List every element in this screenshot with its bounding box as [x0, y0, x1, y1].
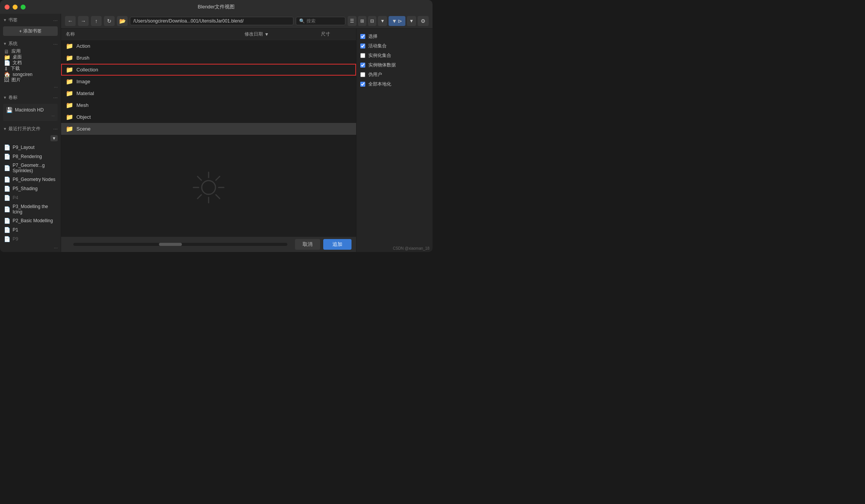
minimize-button[interactable] — [13, 5, 18, 10]
checkbox-instance-object-data: 实例物体数据 — [360, 62, 429, 68]
refresh-button[interactable]: ↻ — [104, 16, 115, 26]
folder-name: Brush — [76, 55, 352, 61]
up-button[interactable]: ↑ — [91, 16, 102, 26]
recent-file-p3modelling[interactable]: 📄 P3_Modelling the Icing — [0, 202, 61, 216]
folder-icon: 📁 — [66, 66, 73, 73]
sidebar-item-documents[interactable]: 📄 文档 — [0, 60, 61, 66]
folder-image[interactable]: 📁 Image — [61, 76, 356, 87]
file-label: P2_Basic Modelling — [13, 218, 53, 223]
recent-options-icon[interactable]: ··· — [53, 126, 58, 132]
system-bottom-dots: ··· — [0, 83, 61, 91]
cancel-button[interactable]: 取消 — [295, 239, 320, 250]
add-button[interactable]: 追加 — [323, 239, 352, 250]
path-bar[interactable]: /Users/songciren/Downloa...001/UtensilsJ… — [130, 17, 293, 25]
view-grid-button[interactable]: ⊟ — [368, 16, 376, 26]
file-icon: 📄 — [4, 186, 10, 192]
recent-file-p4[interactable]: 📄 P4 — [0, 193, 61, 202]
file-label: P7_Geometr...g Sprinkles) — [13, 163, 57, 173]
content-area: ← → ↑ ↻ 📂 /Users/songciren/Downloa...001… — [61, 14, 432, 252]
macintosh-hd-label: Macintosh HD — [15, 107, 44, 113]
downloads-label: 下载 — [11, 66, 20, 71]
checkbox-instance-object-data-input[interactable] — [360, 63, 365, 68]
sidebar-item-apps[interactable]: 🖥 应用 — [0, 48, 61, 54]
folder-scene[interactable]: 📁 Scene — [61, 123, 356, 135]
scrollbar-area[interactable] — [73, 243, 287, 246]
folder-name: Material — [76, 90, 352, 96]
folder-button[interactable]: 📂 — [117, 16, 128, 26]
apps-icon: 🖥 — [4, 48, 9, 54]
macintosh-hd-item[interactable]: 💾 Macintosh HD ··· — [3, 104, 58, 121]
checkbox-active-collection-input[interactable] — [360, 44, 365, 48]
bookmarks-options-icon[interactable]: ··· — [53, 17, 58, 23]
songciren-label: songciren — [13, 72, 32, 77]
file-label: P3_Modelling the Icing — [13, 204, 57, 215]
file-icon: 📄 — [4, 165, 10, 171]
settings-button[interactable]: ⚙ — [418, 16, 429, 26]
checkbox-localize-all-label: 全部本地化 — [368, 81, 391, 87]
sidebar-item-pictures[interactable]: 🖼 图片 — [0, 77, 61, 83]
system-chevron-icon: ▼ — [3, 42, 7, 46]
toolbar: ← → ↑ ↻ 📂 /Users/songciren/Downloa...001… — [61, 14, 432, 29]
checkbox-fake-user-label: 伪用户 — [368, 71, 382, 78]
forward-button[interactable]: → — [78, 16, 89, 26]
folder-texture[interactable]: 📁 Texture — [61, 135, 356, 138]
filter-dropdown-button[interactable]: ▼ — [407, 16, 416, 26]
view-list-button[interactable]: ☰ — [348, 16, 356, 26]
recent-file-p2basic[interactable]: 📄 P2_Basic Modelling — [0, 216, 61, 225]
search-box[interactable]: 🔍 — [296, 17, 345, 25]
filter-funnel-icon: ⊳ — [398, 18, 402, 24]
checkbox-localize-all-input[interactable] — [360, 82, 365, 87]
filter-button[interactable]: ▼ ⊳ — [389, 16, 405, 26]
volumes-section-header: ▼ 卷标 ··· — [0, 91, 61, 102]
folder-collection[interactable]: 📁 Collection — [61, 64, 356, 76]
folder-name: Mesh — [76, 102, 352, 108]
recent-file-p8rendering[interactable]: 📄 P8_Rendering — [0, 152, 61, 161]
checkbox-instance-collection-input[interactable] — [360, 53, 365, 58]
recent-file-p6geometry-nodes[interactable]: 📄 P6_Geometry Nodes — [0, 175, 61, 184]
svg-line-8 — [198, 195, 201, 199]
toolbar-right: ☰ ⊞ ⊟ ▼ ▼ ⊳ ▼ ⚙ — [348, 16, 429, 26]
folder-object[interactable]: 📁 Object — [61, 111, 356, 123]
add-bookmark-button[interactable]: + 添加书签 — [3, 26, 58, 36]
plus-icon: + — [19, 29, 22, 34]
folder-mesh[interactable]: 📁 Mesh — [61, 99, 356, 111]
checkbox-instance-object-data-label: 实例物体数据 — [368, 62, 396, 68]
titlebar: Blender文件视图 — [0, 0, 432, 14]
recent-file-p7geometry[interactable]: 📄 P7_Geometr...g Sprinkles) — [0, 161, 61, 175]
checkbox-fake-user-input[interactable] — [360, 72, 365, 77]
folder-name: Action — [76, 43, 352, 49]
col-date-label: 修改日期 — [245, 31, 263, 37]
folder-name: Scene — [76, 126, 352, 132]
pictures-label: 图片 — [11, 77, 21, 83]
checkbox-select-input[interactable] — [360, 34, 365, 39]
folder-name: Image — [76, 79, 352, 84]
folder-material[interactable]: 📁 Material — [61, 87, 356, 99]
sidebar-item-desktop[interactable]: 📁 桌面 — [0, 54, 61, 60]
close-button[interactable] — [5, 5, 10, 10]
sort-icon[interactable]: ▼ — [264, 32, 269, 37]
apps-label: 应用 — [11, 48, 21, 54]
back-button[interactable]: ← — [65, 16, 76, 26]
file-icon: 📄 — [4, 176, 10, 183]
search-input[interactable] — [306, 18, 341, 24]
file-list: 📁 Action 📁 Brush 📁 Collection 📁 — [61, 40, 356, 138]
recent-file-p9layout[interactable]: 📄 P9_Layout — [0, 143, 61, 152]
view-dropdown-button[interactable]: ▼ — [378, 16, 387, 26]
maximize-button[interactable] — [21, 5, 26, 10]
view-medium-button[interactable]: ⊞ — [358, 16, 366, 26]
folder-icon: 📁 — [66, 90, 73, 97]
folder-action[interactable]: 📁 Action — [61, 40, 356, 52]
system-section-header: ▼ 系统 ··· — [0, 37, 61, 48]
volumes-options-icon[interactable]: ··· — [53, 94, 58, 100]
recent-file-p9[interactable]: 📄 P9 — [0, 234, 61, 244]
folder-brush[interactable]: 📁 Brush — [61, 52, 356, 64]
sidebar-item-songciren[interactable]: 🏠 songciren — [0, 71, 61, 77]
sidebar-item-downloads[interactable]: ⬇ 下载 — [0, 66, 61, 71]
recent-file-p1[interactable]: 📄 P1 — [0, 225, 61, 234]
system-options-icon[interactable]: ··· — [53, 41, 58, 47]
col-name-header: 名称 — [66, 31, 245, 37]
recent-dropdown-button[interactable]: ▼ — [50, 135, 58, 141]
svg-line-5 — [198, 176, 201, 180]
recent-file-p5shading[interactable]: 📄 P5_Shading — [0, 184, 61, 193]
volumes-label: 卷标 — [8, 94, 18, 101]
